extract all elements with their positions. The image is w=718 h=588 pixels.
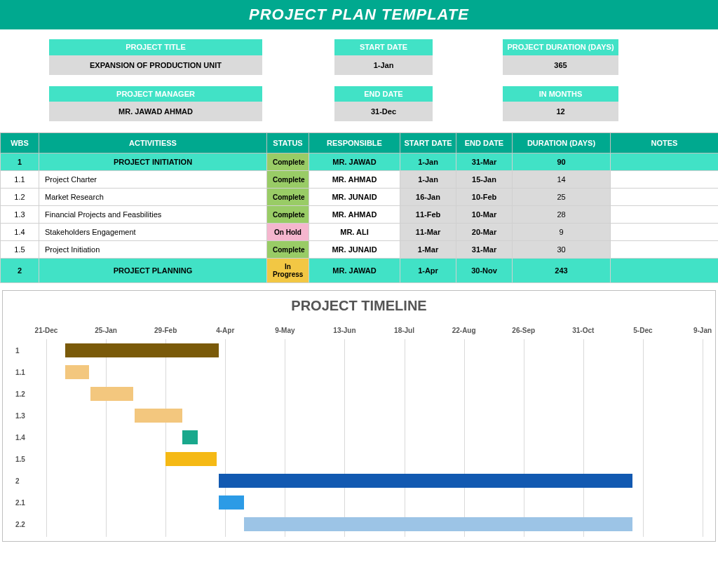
meta-label: PROJECT TITLE	[49, 39, 262, 55]
cell: 31-Mar	[456, 241, 513, 259]
cell: 1.3	[1, 206, 39, 224]
timeline-bar	[65, 365, 89, 379]
timeline-bar	[219, 495, 244, 510]
col-activities: ACTIVITIESS	[39, 133, 267, 153]
cell: 90	[513, 153, 611, 171]
timeline-row: 1.4	[17, 426, 701, 448]
timeline-row: 1.2	[17, 383, 701, 404]
cell: 11-Feb	[400, 206, 456, 224]
timeline-chart: PROJECT TIMELINE 21-Dec25-Jan29-Feb4-Apr…	[2, 290, 716, 542]
timeline-row: 2.2	[17, 513, 701, 535]
meta-label: PROJECT MANAGER	[49, 86, 262, 102]
table-row: 1.4Stakeholders EngagementOn HoldMR. ALI…	[1, 224, 719, 241]
cell: 14	[513, 171, 611, 189]
timeline-tick: 29-Feb	[154, 327, 177, 334]
cell: MR. JAWAD	[309, 153, 400, 171]
timeline-tick: 4-Apr	[216, 327, 234, 334]
cell: 15-Jan	[456, 171, 513, 189]
table-row: 1PROJECT INITIATIONCompleteMR. JAWAD1-Ja…	[1, 153, 719, 171]
cell: 28	[513, 206, 611, 224]
timeline-row-label: 1.1	[15, 368, 25, 376]
meta-value: 1-Jan	[334, 55, 433, 75]
cell: 10-Feb	[456, 189, 513, 206]
meta-duration: PROJECT DURATION (DAYS) 365	[503, 39, 618, 75]
cell: 2	[1, 259, 39, 283]
cell: MR. AHMAD	[309, 171, 400, 189]
cell: 10-Mar	[456, 206, 513, 224]
cell: Stakeholders Engagement	[39, 224, 267, 241]
col-responsible: RESPONSIBLE	[309, 133, 400, 153]
timeline-axis: 21-Dec25-Jan29-Feb4-Apr9-May13-Jun18-Jul…	[17, 327, 701, 339]
cell: On Hold	[267, 224, 309, 241]
cell: Complete	[267, 241, 309, 259]
timeline-gridline	[703, 339, 703, 537]
cell: 1.2	[1, 189, 39, 206]
timeline-tick: 21-Dec	[35, 327, 58, 334]
cell: Complete	[267, 171, 309, 189]
timeline-tick: 31-Oct	[572, 327, 594, 334]
timeline-tick: 26-Sep	[512, 327, 535, 334]
timeline-bar	[65, 343, 219, 357]
cell: Financial Projects and Feasbilities	[39, 206, 267, 224]
cell: PROJECT INITIATION	[39, 153, 267, 171]
table-row: 1.5Project InitiationCompleteMR. JUNAID1…	[1, 241, 719, 259]
meta-value: 31-Dec	[334, 102, 433, 121]
timeline-title: PROJECT TIMELINE	[17, 298, 701, 314]
cell: Project Initiation	[39, 241, 267, 259]
cell: 30-Nov	[456, 259, 513, 283]
timeline-row-label: 1.2	[15, 390, 25, 397]
cell: 9	[513, 224, 611, 241]
cell: 31-Mar	[456, 153, 513, 171]
cell: 16-Jan	[400, 189, 456, 206]
cell: 30	[513, 241, 611, 259]
timeline-bar	[90, 387, 133, 401]
cell: PROJECT PLANNING	[39, 259, 267, 283]
meta-label: PROJECT DURATION (DAYS)	[503, 39, 618, 55]
timeline-row-label: 2	[15, 477, 20, 484]
timeline-tick: 25-Jan	[95, 327, 117, 334]
col-status: STATUS	[267, 133, 309, 153]
meta-project-title: PROJECT TITLE EXPANSION OF PRODUCTION UN…	[49, 39, 262, 75]
timeline-row: 1.3	[17, 404, 701, 426]
cell: 1-Mar	[400, 241, 456, 259]
timeline-bar	[182, 430, 198, 444]
cell: Complete	[267, 189, 309, 206]
col-notes: NOTES	[611, 133, 719, 153]
cell	[611, 206, 719, 224]
meta-project-manager: PROJECT MANAGER MR. JAWAD AHMAD	[49, 86, 262, 122]
cell: MR. JUNAID	[309, 241, 400, 259]
meta-value: 365	[503, 55, 618, 75]
cell	[611, 241, 719, 259]
meta-value: 12	[503, 102, 618, 121]
cell: 1.1	[1, 171, 39, 189]
timeline-tick: 22-Aug	[452, 327, 476, 334]
table-row: 1.3Financial Projects and FeasbilitiesCo…	[1, 206, 719, 224]
timeline-tick: 9-Jan	[693, 327, 712, 334]
cell: 1.5	[1, 241, 39, 259]
timeline-row: 1	[17, 339, 701, 361]
meta-end-date: END DATE 31-Dec	[334, 86, 433, 122]
timeline-row: 2.1	[17, 491, 701, 513]
timeline-body: 11.11.21.31.41.522.12.2	[17, 339, 701, 537]
timeline-row: 1.1	[17, 361, 701, 383]
timeline-bar	[219, 474, 633, 488]
timeline-row-label: 1.4	[15, 433, 25, 441]
timeline-row: 2	[17, 470, 701, 491]
cell: 1	[1, 153, 39, 171]
cell: 20-Mar	[456, 224, 513, 241]
timeline-bar	[165, 452, 217, 466]
col-start-date: START DATE	[400, 133, 456, 153]
cell: MR. JAWAD	[309, 259, 400, 283]
cell: MR. AHMAD	[309, 206, 400, 224]
page-title: PROJECT PLAN TEMPLATE	[0, 0, 718, 29]
timeline-tick: 13-Jun	[333, 327, 355, 334]
timeline-row-label: 2.1	[15, 498, 25, 506]
timeline-row-label: 1.5	[15, 455, 25, 463]
cell: 1-Jan	[400, 153, 456, 171]
cell	[611, 224, 719, 241]
meta-start-date: START DATE 1-Jan	[334, 39, 433, 75]
meta-label: END DATE	[334, 86, 433, 102]
cell: 243	[513, 259, 611, 283]
timeline-tick: 9-May	[275, 327, 294, 334]
cell: Complete	[267, 153, 309, 171]
